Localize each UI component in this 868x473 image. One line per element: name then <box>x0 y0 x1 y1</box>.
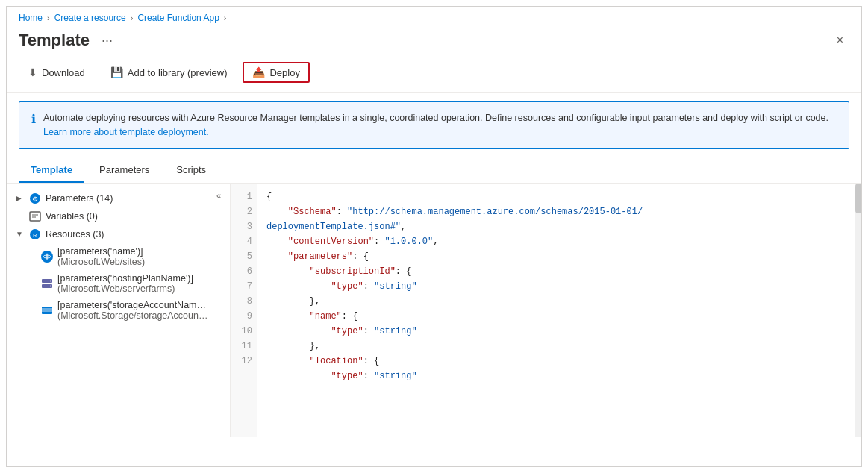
line-num-7: 6 <box>231 264 257 279</box>
web-sites-label: [parameters('name')] (Microsoft.Web/site… <box>57 246 145 267</box>
breadcrumb-sep-3: › <box>224 13 227 22</box>
svg-text:⚙: ⚙ <box>32 195 38 203</box>
hosting-plan-label: [parameters('hostingPlanName')] (Microso… <box>57 273 193 294</box>
deploy-button[interactable]: 📤 Deploy <box>243 62 309 83</box>
scrollbar-track[interactable] <box>855 184 861 437</box>
resources-label: Resources (3) <box>46 229 104 239</box>
tabs-bar: Template Parameters Scripts <box>7 158 861 184</box>
line-num-10: 9 <box>231 309 257 324</box>
tree-item-web-sites[interactable]: [parameters('name')] (Microsoft.Web/site… <box>7 243 230 270</box>
content-area: « ▶ ⚙ Parameters (14) Variables (0) ▼ <box>7 184 861 437</box>
line-num-5: 4 <box>231 234 257 249</box>
breadcrumb-sep-2: › <box>131 13 134 22</box>
tab-scripts[interactable]: Scripts <box>164 158 218 183</box>
tab-template[interactable]: Template <box>19 158 84 183</box>
code-line-5: "subscriptionId": { <box>266 264 852 279</box>
library-label: Add to library (preview) <box>128 67 228 78</box>
toolbar: ⬇ Download 💾 Add to library (preview) 📤 … <box>7 56 861 93</box>
page-title: Template <box>19 31 90 50</box>
breadcrumb-sep-1: › <box>47 13 50 22</box>
code-line-9: "type": "string" <box>266 324 852 339</box>
code-line-3: "contentVersion": "1.0.0.0", <box>266 234 852 249</box>
code-line-8: "name": { <box>266 309 852 324</box>
vars-label: Variables (0) <box>46 211 98 222</box>
info-text: Automate deploying resources with Azure … <box>43 111 837 140</box>
line-num-1: 1 <box>231 189 257 204</box>
line-num-8: 7 <box>231 279 257 294</box>
tree-item-resources[interactable]: ▼ R Resources (3) <box>7 225 230 243</box>
info-main-text: Automate deploying resources with Azure … <box>43 113 828 123</box>
svg-point-11 <box>50 280 51 281</box>
breadcrumb-create-function-app[interactable]: Create Function App <box>137 13 219 23</box>
template-panel: Home › Create a resource › Create Functi… <box>6 6 862 467</box>
tree-item-storage[interactable]: [parameters('storageAccountNam… (Microso… <box>7 297 230 324</box>
line-num-9: 8 <box>231 294 257 309</box>
code-line-12: "type": "string" <box>266 369 852 383</box>
download-button[interactable]: ⬇ Download <box>19 62 95 83</box>
tree-item-variables[interactable]: Variables (0) <box>7 207 230 225</box>
close-button[interactable]: × <box>831 31 849 50</box>
download-label: Download <box>42 67 85 78</box>
line-num-13: 12 <box>231 354 257 369</box>
line-num-12: 11 <box>231 339 257 354</box>
ellipsis-button[interactable]: ··· <box>97 31 117 50</box>
svg-rect-13 <box>42 307 52 314</box>
scrollbar-thumb[interactable] <box>855 184 861 213</box>
code-line-4: "parameters": { <box>266 249 852 264</box>
web-sites-icon <box>41 251 53 263</box>
breadcrumb-home[interactable]: Home <box>19 13 43 23</box>
collapse-button[interactable]: « <box>213 189 224 201</box>
line-numbers: 1 2 3 4 5 6 7 8 9 10 11 12 <box>231 184 257 437</box>
params-icon: ⚙ <box>29 192 41 204</box>
code-line-6: "type": "string" <box>266 279 852 294</box>
code-line-11: "location": { <box>266 354 852 369</box>
breadcrumb-create-resource[interactable]: Create a resource <box>54 13 126 23</box>
library-icon: 💾 <box>110 66 123 78</box>
resources-icon: R <box>29 228 41 240</box>
tree-item-hosting-plan[interactable]: [parameters('hostingPlanName')] (Microso… <box>7 270 230 297</box>
svg-point-12 <box>50 285 51 286</box>
code-editor[interactable]: { "$schema": "http://schema.management.a… <box>257 184 861 437</box>
code-line-2: "$schema": "http://schema.management.azu… <box>266 204 852 219</box>
params-label: Parameters (14) <box>46 193 113 204</box>
deploy-icon: 📤 <box>252 66 265 78</box>
code-line-2b: deploymentTemplate.json#", <box>266 219 852 234</box>
info-learn-more-link[interactable]: Learn more about template deployment. <box>43 127 209 137</box>
add-to-library-button[interactable]: 💾 Add to library (preview) <box>101 62 237 83</box>
tab-parameters[interactable]: Parameters <box>87 158 161 183</box>
line-num-11: 10 <box>231 324 257 339</box>
code-line-10: }, <box>266 339 852 354</box>
vars-icon <box>29 210 41 222</box>
panel-header: Template ··· × <box>7 28 861 56</box>
tree-arrow-params: ▶ <box>16 194 25 202</box>
line-num-4: 3 <box>231 219 257 234</box>
server-icon <box>41 278 53 289</box>
storage-icon <box>41 304 53 316</box>
code-panel: 1 2 3 4 5 6 7 8 9 10 11 12 { "$schema": … <box>231 184 861 437</box>
deploy-label: Deploy <box>269 67 299 78</box>
svg-text:R: R <box>33 231 37 238</box>
info-icon: ℹ <box>31 112 36 126</box>
code-line-1: { <box>266 189 852 204</box>
code-line-7: }, <box>266 294 852 309</box>
storage-label: [parameters('storageAccountNam… (Microso… <box>57 300 207 321</box>
line-num-2: 2 <box>231 204 257 219</box>
tree-arrow-resources: ▼ <box>16 230 25 238</box>
line-num-6: 5 <box>231 249 257 264</box>
svg-rect-2 <box>30 212 40 221</box>
tree-item-parameters[interactable]: ▶ ⚙ Parameters (14) <box>7 189 230 207</box>
breadcrumb: Home › Create a resource › Create Functi… <box>7 7 861 28</box>
download-icon: ⬇ <box>28 66 37 78</box>
tree-panel: « ▶ ⚙ Parameters (14) Variables (0) ▼ <box>7 184 231 437</box>
info-box: ℹ Automate deploying resources with Azur… <box>19 101 849 149</box>
header-left: Template ··· <box>19 31 117 50</box>
